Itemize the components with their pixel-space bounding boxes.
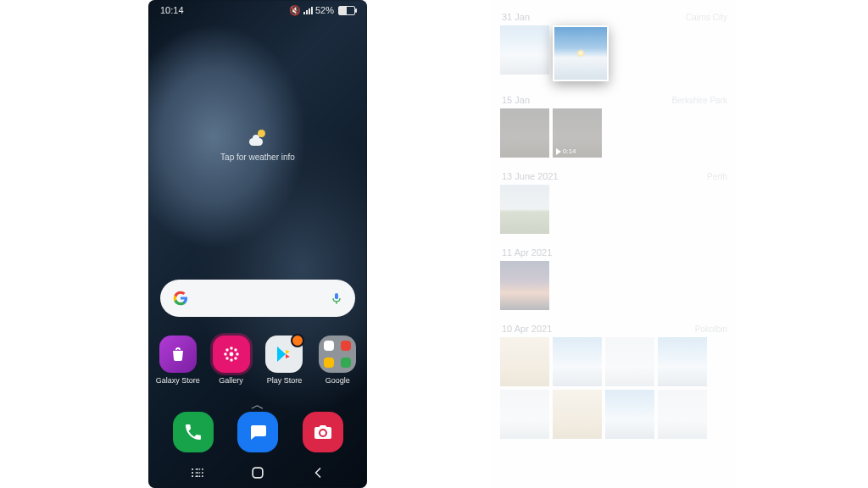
notification-badge — [291, 334, 304, 347]
app-label: Gallery — [219, 376, 243, 385]
volume-icon: 🔇 — [289, 5, 301, 16]
svg-point-7 — [225, 357, 228, 359]
video-thumbnail[interactable]: 0:14 — [553, 108, 602, 158]
svg-rect-18 — [253, 468, 263, 478]
photo-thumbnail[interactable] — [553, 337, 602, 386]
svg-rect-11 — [192, 475, 193, 477]
weather-icon — [249, 129, 266, 146]
svg-point-8 — [234, 357, 236, 359]
app-label: Galaxy Store — [156, 376, 200, 385]
photo-thumbnail[interactable] — [553, 390, 602, 439]
phone-home-screen: 10:14 🔇 52% Tap for weather info — [148, 0, 367, 488]
photo-thumbnail[interactable] — [605, 337, 654, 386]
svg-rect-16 — [202, 472, 203, 474]
section-location: Perth — [707, 172, 727, 181]
mic-icon[interactable] — [330, 291, 343, 305]
google-logo-icon — [172, 290, 189, 307]
status-right: 🔇 52% — [289, 5, 355, 16]
battery-icon — [338, 6, 355, 15]
photo-thumbnail[interactable] — [500, 390, 549, 439]
play-store-icon — [265, 336, 303, 373]
nav-back[interactable] — [307, 462, 329, 484]
status-bar: 10:14 🔇 52% — [148, 0, 367, 20]
svg-point-6 — [234, 348, 236, 351]
galaxy-store-icon — [159, 336, 197, 373]
svg-point-1 — [230, 347, 232, 349]
photo-thumbnail[interactable] — [500, 337, 549, 386]
gallery-screen: 31 Jan Cairns City 15 Jan Berkshire Park… — [492, 0, 737, 488]
photo-thumbnail[interactable] — [500, 185, 549, 234]
photo-thumbnail[interactable] — [500, 261, 549, 310]
svg-point-4 — [236, 352, 238, 355]
app-galaxy-store[interactable]: Galaxy Store — [154, 336, 202, 385]
app-label: Play Store — [267, 376, 303, 385]
photo-thumbnail[interactable] — [658, 337, 707, 386]
section-date: 10 Apr 2021 — [502, 324, 552, 334]
svg-rect-14 — [197, 475, 198, 477]
app-label: Google — [326, 376, 350, 385]
svg-point-2 — [230, 358, 232, 361]
svg-rect-9 — [192, 469, 193, 470]
gallery-section: 13 June 2021 Perth — [492, 159, 737, 236]
section-date: 13 June 2021 — [502, 171, 559, 181]
phone-app[interactable] — [173, 412, 214, 452]
photo-thumbnail[interactable] — [605, 390, 654, 439]
photo-thumbnail-selected[interactable] — [553, 25, 609, 81]
section-location: Cairns City — [686, 13, 727, 22]
svg-rect-12 — [197, 469, 198, 470]
section-date: 15 Jan — [502, 95, 530, 105]
nav-recents[interactable] — [186, 462, 209, 484]
app-gallery[interactable]: Gallery — [208, 336, 255, 385]
svg-point-3 — [224, 352, 226, 355]
photo-thumbnail[interactable] — [500, 25, 549, 75]
gallery-section: 31 Jan Cairns City — [492, 0, 737, 83]
photo-thumbnail[interactable] — [500, 108, 549, 158]
svg-rect-13 — [197, 472, 198, 474]
section-date: 31 Jan — [502, 12, 530, 22]
play-icon: 0:14 — [556, 147, 576, 155]
section-location: Berkshire Park — [671, 96, 727, 105]
clock: 10:14 — [160, 5, 184, 15]
signal-icon — [303, 7, 313, 14]
google-folder-icon — [319, 336, 356, 373]
messages-app[interactable] — [237, 412, 278, 452]
app-google-folder[interactable]: Google — [314, 336, 361, 385]
gallery-section: 11 Apr 2021 — [492, 236, 737, 312]
app-dock-row: Galaxy Store Gallery Play Store Goog — [148, 336, 367, 385]
favorites-row — [148, 412, 367, 452]
battery-pct: 52% — [315, 5, 334, 15]
camera-app[interactable] — [303, 412, 343, 452]
svg-point-0 — [229, 352, 233, 357]
gallery-section: 10 Apr 2021 Pokolbin — [492, 312, 737, 441]
weather-label: Tap for weather info — [148, 152, 367, 162]
app-play-store[interactable]: Play Store — [260, 336, 308, 385]
gallery-icon — [213, 336, 250, 373]
weather-widget[interactable]: Tap for weather info — [148, 129, 367, 162]
svg-rect-17 — [202, 475, 203, 477]
svg-rect-15 — [202, 469, 203, 470]
android-nav-bar — [148, 458, 367, 488]
svg-rect-10 — [192, 472, 193, 474]
svg-point-5 — [225, 348, 228, 351]
google-search-bar[interactable] — [160, 280, 355, 317]
section-date: 11 Apr 2021 — [502, 247, 552, 258]
section-location: Pokolbin — [695, 324, 727, 334]
nav-home[interactable] — [247, 462, 269, 484]
gallery-section: 15 Jan Berkshire Park 0:14 — [492, 83, 737, 159]
photo-thumbnail[interactable] — [658, 390, 707, 439]
